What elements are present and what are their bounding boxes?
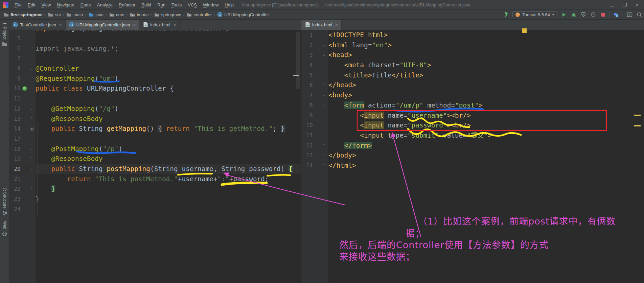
sidebar-item-structure[interactable]: 7: Structure — [0, 188, 9, 215]
fold-marker-icon[interactable]: ⌃ — [321, 141, 327, 151]
fold-marker-icon[interactable]: ⌃ — [29, 114, 35, 124]
fold-marker-icon[interactable]: ⌃ — [321, 150, 327, 161]
menu-edit[interactable]: Edit — [25, 2, 38, 7]
menu-file[interactable]: File — [12, 2, 25, 7]
menu-build[interactable]: Build — [138, 2, 154, 7]
run-with-coverage-button[interactable] — [580, 11, 587, 18]
minimize-button[interactable] — [610, 2, 614, 7]
code-text: <meta charset="UTF-8"> — [328, 60, 644, 70]
tab-testcontroller-java[interactable]: CTestController.java× — [9, 20, 66, 30]
tab-index-html[interactable]: Hindex.html× — [139, 20, 180, 30]
menu-window[interactable]: Window — [200, 2, 222, 7]
gutter-cell: 4 — [301, 60, 328, 70]
line-number: 8 — [301, 100, 313, 111]
menu-vcs[interactable]: VCS — [185, 2, 200, 7]
toolbar-separator — [610, 12, 610, 18]
window-title: first-springmvc [E:\java\first-springmvc… — [242, 2, 607, 7]
breadcrumb-item-com[interactable]: com — [109, 12, 124, 17]
breadcrumb-label: controller — [194, 12, 212, 17]
maximize-button[interactable] — [623, 2, 627, 7]
code-line-6: 6⌃import javax.swing.*; — [9, 44, 301, 54]
close-icon: × — [636, 2, 639, 7]
fold-marker-icon[interactable]: ⌄ — [321, 50, 327, 60]
code-line-23: 23} — [9, 194, 301, 204]
menu-view[interactable]: View — [38, 2, 54, 7]
fold-marker-icon[interactable]: ⌃ — [29, 74, 35, 84]
fold-marker-icon[interactable]: ⌄ — [29, 164, 35, 174]
gutter-cell: 3⌄ — [301, 50, 328, 60]
navigation-bar: first-springmvc›src›main›java›com›imooc›… — [0, 10, 644, 20]
fold-marker-icon[interactable]: ⌃ — [321, 161, 327, 171]
line-number: 6 — [9, 44, 21, 54]
code-text: <input name="username"><br/> — [328, 111, 644, 121]
code-text: </body> — [328, 150, 644, 161]
code-text: </form> — [328, 141, 644, 151]
menu-refactor[interactable]: Refactor — [116, 2, 138, 7]
fold-marker-icon[interactable]: ⌄ — [29, 104, 35, 114]
menu-navigate[interactable]: Navigate — [54, 2, 77, 7]
html-file-icon: H — [143, 22, 148, 27]
stop-button[interactable] — [600, 11, 606, 18]
menu-run[interactable]: Run — [154, 2, 168, 7]
breadcrumb-item-springmvc[interactable]: springmvc — [154, 12, 181, 17]
line-number: 11 — [301, 131, 313, 141]
fold-marker-icon[interactable]: ⌃ — [29, 44, 35, 54]
breadcrumb-item-urlmappingcontroller[interactable]: CURLMappingController — [217, 12, 269, 17]
breadcrumb-item-src[interactable]: src — [48, 12, 61, 17]
code-line-20: 20⌄ public String postMapping(String use… — [9, 164, 301, 174]
fold-marker-icon[interactable]: ⌄ — [321, 90, 327, 100]
fold-marker-icon[interactable]: ⌄ — [321, 100, 327, 111]
sidebar-item-web[interactable]: Web — [0, 221, 9, 236]
code-line-3: 3⌄<head> — [301, 50, 644, 60]
project-structure-button[interactable] — [613, 11, 620, 18]
line-number: 12 — [9, 104, 21, 114]
gutter-cell: 17 — [9, 134, 36, 144]
run-button[interactable] — [560, 11, 567, 18]
tab-close-icon[interactable]: × — [173, 22, 176, 27]
tab-close-icon[interactable]: × — [335, 22, 338, 27]
close-button[interactable]: × — [636, 3, 639, 6]
html-file-icon: H — [305, 22, 310, 27]
fold-marker-icon[interactable]: ⌄ — [29, 144, 35, 154]
breadcrumb-item-imooc[interactable]: imooc — [130, 12, 149, 17]
line-number: 5 — [9, 33, 21, 44]
breadcrumb-label: java — [95, 12, 104, 17]
fold-marker-icon[interactable]: + — [29, 124, 35, 134]
code-line-21: 21 return "This is postMethod."+username… — [9, 174, 301, 184]
breadcrumb-item-first-springmvc[interactable]: first-springmvc — [3, 12, 43, 17]
build-button[interactable] — [503, 11, 509, 18]
menu-analyze[interactable]: Analyze — [94, 2, 116, 7]
tab-close-icon[interactable]: × — [133, 22, 136, 27]
run-configuration-select[interactable]: Tomcat 8.5.64 — [512, 11, 557, 18]
spring-bean-icon[interactable] — [21, 86, 29, 91]
annotation-text-1: （1）比如这个案例，前端post请求中，有俩数 — [418, 214, 616, 227]
tab-index-html[interactable]: Hindex.html× — [301, 20, 342, 30]
fold-marker-icon[interactable]: ⌃ — [29, 154, 35, 164]
run-toolbar: Tomcat 8.5.64 — [503, 11, 643, 18]
tab-urlmappingcontroller-java[interactable]: CURLMappingController.java× — [66, 20, 140, 30]
profiler-button[interactable] — [590, 11, 597, 18]
line-number: 14 — [301, 161, 313, 171]
menu-code[interactable]: Code — [77, 2, 94, 7]
fold-marker-icon[interactable]: ⌃ — [29, 184, 35, 194]
code-editor-left[interactable]: import org.springframework.web.bind.anno… — [9, 30, 301, 283]
structure-stripe-label: 7: Structure — [2, 188, 7, 209]
run-window-button[interactable] — [626, 11, 633, 18]
tab-close-icon[interactable]: × — [59, 22, 62, 27]
sidebar-item-project[interactable]: 1: Project — [0, 22, 9, 46]
code-line-17: 17 — [9, 134, 301, 144]
fold-marker-icon[interactable]: ⌃ — [321, 80, 327, 90]
breadcrumb-item-controller[interactable]: controller — [187, 12, 212, 17]
line-number: 8 — [9, 64, 21, 74]
menu-tools[interactable]: Tools — [168, 2, 185, 7]
debug-button[interactable] — [570, 11, 577, 18]
code-line-8: 8⌄@Controller — [9, 64, 301, 74]
fold-marker-icon[interactable]: ⌄ — [29, 64, 35, 74]
menu-help[interactable]: Help — [222, 2, 237, 7]
breadcrumb-item-main[interactable]: main — [66, 12, 83, 17]
class-icon: C — [217, 12, 223, 17]
breadcrumb-item-java[interactable]: java — [88, 12, 104, 17]
search-button[interactable] — [636, 11, 643, 18]
fold-marker-icon[interactable]: ⌄ — [321, 40, 327, 50]
code-text: import org.springframework.web.bind.anno… — [36, 30, 301, 33]
